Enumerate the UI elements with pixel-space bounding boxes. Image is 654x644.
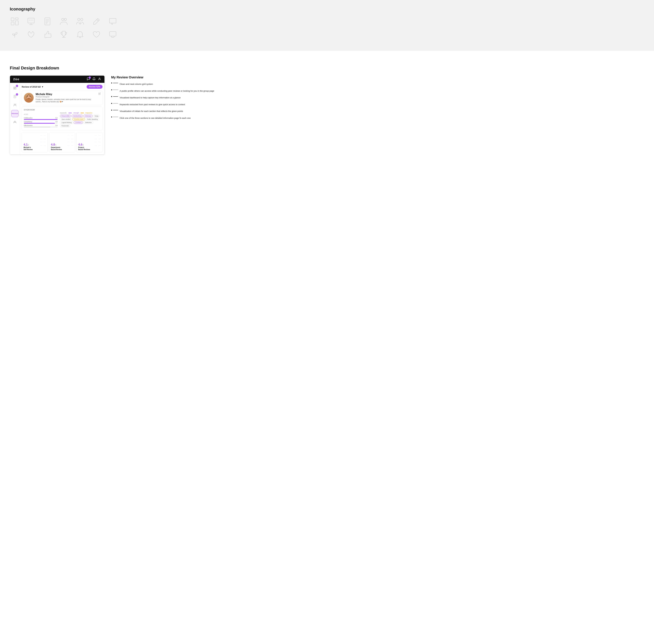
tag-prioritize: Prioritize tasks xyxy=(72,118,85,120)
svg-point-41 xyxy=(14,122,14,122)
svg-rect-28 xyxy=(15,87,16,87)
trophy-icon xyxy=(59,29,69,39)
icon-row-2 xyxy=(10,29,644,39)
collaboration-bar: Collaboration5.0 xyxy=(24,117,58,120)
overview-label: OVERVIEW xyxy=(24,109,100,111)
profile-edit-icon[interactable] xyxy=(98,92,101,95)
svg-point-25 xyxy=(99,78,100,79)
review-selector[interactable]: Review of 2018 fall ▼ xyxy=(22,86,44,88)
self-review-card[interactable]: ·· ···· ···· ···· ·· 4.1/5 Michele'sSelf… xyxy=(22,132,48,153)
app-sidebar: 8 3 Reviews xyxy=(10,83,20,154)
profile-bio: Foodie, dancer, traveler, animation love… xyxy=(36,98,100,103)
dept-review-label: Department-Based Review xyxy=(51,146,73,151)
dashboard-badge: 8 xyxy=(16,85,18,87)
annotation-2: A public profile others can access while… xyxy=(111,89,644,93)
messages-header-icon[interactable]: 1 xyxy=(87,77,90,81)
self-review-label: Michele'sSelf Review xyxy=(24,146,46,151)
profile-info: Michele Riley Product Designer Foodie, d… xyxy=(36,93,100,103)
department-review-card[interactable]: ·· ···· ···· ···· ·· 4.8/5 Department-Ba… xyxy=(49,132,75,153)
project-review-card[interactable]: ·· ···· ···· ···· ·· 4.6/5 Project-Based… xyxy=(76,132,103,153)
profile-card: Michele Riley Product Designer Foodie, d… xyxy=(22,91,103,105)
svg-line-21 xyxy=(97,19,98,21)
messages-badge: 1 xyxy=(89,76,91,79)
svg-point-42 xyxy=(15,122,16,122)
annotation-text-2: A public profile others can access while… xyxy=(120,89,214,93)
final-design-title: Final Design Breakdown xyxy=(10,66,644,71)
overview-right: Keywords: Strength Expansion Responsible… xyxy=(60,112,100,129)
bottom-cards: ·· ···· ···· ···· ·· 4.1/5 Michele'sSelf… xyxy=(22,132,103,153)
chat-icon xyxy=(108,17,118,26)
svg-rect-36 xyxy=(12,113,12,114)
icon-row-1 xyxy=(10,17,644,26)
sidebar-dashboard[interactable]: 8 xyxy=(11,85,19,92)
svg-rect-27 xyxy=(14,88,15,89)
svg-rect-0 xyxy=(11,18,14,21)
profile-avatar xyxy=(24,93,34,102)
overview-left: 4.5/5 Collaboration5.0 Competency4.6 xyxy=(24,112,58,129)
svg-rect-24 xyxy=(110,31,116,36)
tag-defensive: Defensive xyxy=(84,121,93,124)
tag-open-minded: Open-minded xyxy=(60,118,72,120)
tag-passionate: Passionate xyxy=(60,124,70,127)
iconography-title: Iconography xyxy=(10,6,644,12)
presentation-icon xyxy=(26,17,36,26)
svg-point-34 xyxy=(14,104,15,105)
sidebar-team[interactable] xyxy=(11,101,19,109)
keyword-tags: Responsible Hardworking Visionary Swag O… xyxy=(60,115,100,127)
svg-rect-3 xyxy=(15,21,18,25)
app-main: Review of 2018 fall ▼ Review 52% xyxy=(20,83,105,154)
self-review-dots: ·· ···· ···· ···· ·· xyxy=(40,134,46,147)
app-header-icons: 1 xyxy=(87,77,101,81)
tag-public-speaking: Public Speaking xyxy=(86,118,99,120)
svg-point-46 xyxy=(29,96,30,97)
sidebar-reviews[interactable]: Reviews xyxy=(11,110,19,117)
overview-section: OVERVIEW 4.5/5 Collaboration5.0 xyxy=(22,107,103,131)
overview-body: 4.5/5 Collaboration5.0 Competency4.6 xyxy=(24,112,100,129)
dept-review-dots: ·· ···· ···· ···· ·· xyxy=(68,134,74,147)
message-icon xyxy=(108,29,118,39)
svg-point-16 xyxy=(64,18,67,21)
sidebar-checklist[interactable]: 3 xyxy=(11,93,19,100)
bell-header-icon[interactable] xyxy=(92,77,96,81)
svg-point-17 xyxy=(77,18,80,21)
tag-confident: Confident xyxy=(74,121,83,124)
tag-hardworking: Hardworking xyxy=(72,115,83,117)
profile-name: Michele Riley xyxy=(36,93,100,96)
svg-rect-2 xyxy=(15,18,18,19)
competency-bar: Competency4.6 xyxy=(24,121,58,124)
app-logo: 2üo xyxy=(13,77,19,81)
tag-logical-thinking: Logical thinking xyxy=(60,121,73,124)
user-header-icon[interactable] xyxy=(98,77,101,81)
review-people-icon xyxy=(75,17,85,26)
fire-heart-icon xyxy=(26,29,36,39)
annotation-1: Clean and neat column grid system xyxy=(111,83,644,86)
app-header: 2üo 1 xyxy=(10,76,105,83)
keywords-legend: Keywords: Strength Expansion xyxy=(60,112,100,114)
svg-rect-4 xyxy=(28,18,34,23)
overview-score: 4.5/5 xyxy=(24,112,58,116)
annotation-6: Click one of the three sections to see d… xyxy=(111,116,644,120)
svg-rect-38 xyxy=(12,114,12,114)
dropdown-arrow: ▼ xyxy=(42,86,44,88)
annotation-4: Keywords extracted from past reviews to … xyxy=(111,103,644,106)
annotations-panel: My Review Overview Clean and neat column… xyxy=(110,75,644,123)
checklist-badge: 3 xyxy=(16,93,18,96)
thumbs-up-icon xyxy=(43,29,52,39)
final-design-section: Final Design Breakdown 2üo 1 xyxy=(0,58,654,163)
design-container: 2üo 1 xyxy=(10,75,644,155)
proj-review-label: Project-Based Reviews xyxy=(78,146,101,151)
plant-icon xyxy=(10,29,20,39)
svg-rect-37 xyxy=(12,113,12,114)
review-progress-button[interactable]: Review 52% xyxy=(87,85,103,89)
tag-visionary: Visionary xyxy=(84,115,92,117)
annotation-text-3: Visualized dashboard to help capture key… xyxy=(120,96,181,99)
svg-point-45 xyxy=(27,96,28,97)
dashboard-icon xyxy=(10,17,20,26)
checklist-icon xyxy=(43,17,52,26)
bell-icon xyxy=(75,29,85,39)
sidebar-group[interactable] xyxy=(11,118,19,125)
svg-point-35 xyxy=(15,104,16,105)
svg-point-15 xyxy=(62,18,64,21)
annotation-3: Visualized dashboard to help capture key… xyxy=(111,96,644,99)
app-mockup: 2üo 1 xyxy=(10,75,105,155)
